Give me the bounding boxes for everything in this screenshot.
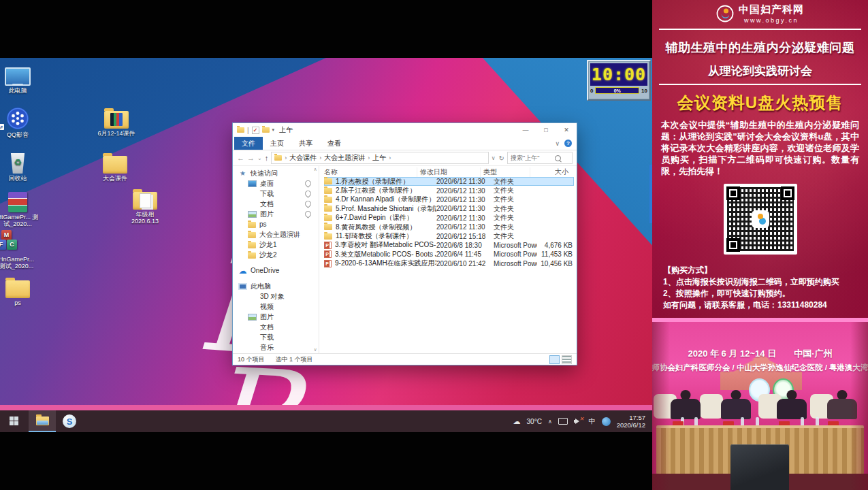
- breadcrumb-sep: ›: [368, 154, 370, 161]
- file-row[interactable]: 4.Dr Kannan Alpadi（录制课件） 2020/6/12 11:30…: [324, 195, 574, 204]
- column-name[interactable]: 名称: [324, 167, 417, 177]
- folder-icon: [237, 127, 244, 133]
- column-size[interactable]: 大小: [533, 167, 571, 177]
- search-box[interactable]: [507, 152, 573, 164]
- nav-item[interactable]: 大会主题演讲: [233, 229, 319, 240]
- nav-this-pc[interactable]: 此电脑: [233, 281, 319, 291]
- file-row[interactable]: 3.李蓉校对 翻译Metabolic PCOS- Boot... 2020/6/…: [324, 241, 574, 250]
- nav-scrollbar[interactable]: ∧ ∨: [312, 166, 319, 353]
- nav-item[interactable]: 图片: [233, 312, 319, 322]
- column-type[interactable]: 类型: [483, 167, 530, 177]
- scroll-up-icon[interactable]: ∧: [313, 167, 317, 172]
- nav-item[interactable]: 桌面: [233, 353, 319, 353]
- windows-logo-icon: [10, 416, 19, 426]
- folder-icon[interactable]: [262, 127, 270, 133]
- nav-item[interactable]: 下载: [233, 189, 319, 199]
- window-titlebar[interactable]: | ✓ ▾ 上午 — □ ✕: [233, 123, 577, 137]
- taskbar-sogou[interactable]: S: [56, 410, 83, 432]
- taskbar-clock[interactable]: 17:57 2020/6/12: [617, 414, 645, 429]
- breadcrumb-item[interactable]: 上午: [372, 153, 386, 163]
- desktop-icon-courseware-june[interactable]: 6月12-14课件: [95, 104, 138, 137]
- file-name: 5.Prof. Masahide Shiotani（录制课件）: [336, 204, 436, 214]
- nav-item[interactable]: 下载: [233, 332, 319, 342]
- desktop-icon-qq-player[interactable]: ↗ QQ影音: [0, 105, 39, 138]
- column-date[interactable]: 修改日期: [420, 167, 481, 177]
- minimize-button[interactable]: —: [515, 123, 536, 137]
- desktop-icon-mfc-app[interactable]: M F C HnGamePr... 测试_2020...: [0, 230, 37, 270]
- file-row[interactable]: 3.英文版Metabolic PCOS- Boots June ... 2020…: [324, 250, 574, 259]
- nav-quick-access[interactable]: ★ 快速访问: [233, 168, 319, 178]
- nav-item[interactable]: 视频: [233, 301, 319, 312]
- address-dropdown-icon[interactable]: ∨: [492, 155, 496, 161]
- speaker-muted-icon[interactable]: ✕: [574, 418, 583, 425]
- history-chevron-icon[interactable]: ⌄: [257, 155, 262, 161]
- ribbon-tab[interactable]: 查看: [320, 137, 349, 150]
- breadcrumb[interactable]: › 大会课件 › 大会主题演讲 › 上午 ›: [271, 152, 489, 164]
- search-icon[interactable]: [555, 155, 561, 161]
- file-row[interactable]: 9-2020-6-13AMH在临床实践应用和认... 2020/6/10 21:…: [324, 259, 574, 268]
- properties-check-icon[interactable]: ✓: [252, 127, 259, 134]
- maximize-button[interactable]: □: [536, 123, 556, 137]
- up-icon[interactable]: ↑: [265, 154, 269, 162]
- file-row[interactable]: 8.黄荷凤教授（录制视频） 2020/6/12 11:30 文件夹: [324, 223, 574, 231]
- ribbon-tab[interactable]: 文件: [234, 137, 263, 150]
- nav-onedrive[interactable]: ☁ OneDrive: [233, 265, 319, 276]
- file-type-icon: [324, 206, 332, 212]
- nav-item[interactable]: 文档: [233, 199, 319, 209]
- file-date: 2020/6/10 21:42: [436, 260, 494, 267]
- desktop-icon-ps-folder[interactable]: ps: [0, 274, 39, 306]
- refresh-icon[interactable]: ↻: [499, 154, 504, 162]
- temperature[interactable]: 30°C: [527, 418, 542, 425]
- ribbon-expand-icon[interactable]: ∨: [555, 140, 560, 147]
- details-view-toggle[interactable]: [549, 355, 560, 364]
- breadcrumb-item[interactable]: 大会课件: [289, 153, 317, 163]
- file-row[interactable]: 11.郁琦教授（录制课件） 2020/6/12 15:18 文件夹: [324, 231, 574, 240]
- nav-item[interactable]: 3D 对象: [233, 291, 319, 301]
- thumbnail-view-toggle[interactable]: [562, 355, 572, 364]
- scroll-down-icon[interactable]: ∨: [313, 347, 317, 353]
- clock-scale-max: 10: [641, 88, 647, 94]
- nav-item-icon: [248, 293, 257, 301]
- forward-icon[interactable]: →: [247, 154, 255, 162]
- file-row[interactable]: 5.Prof. Masahide Shiotani（录制课件） 2020/6/1…: [324, 204, 574, 213]
- file-row[interactable]: 1.乔杰教授（录制课件） 2020/6/12 11:30 文件夹: [324, 177, 574, 186]
- file-date: 2020/6/12 11:30: [436, 187, 494, 195]
- taskbar-file-explorer[interactable]: [29, 410, 56, 432]
- nav-item[interactable]: 沙龙1: [233, 240, 319, 250]
- ime-indicator[interactable]: 中: [589, 416, 596, 426]
- status-bar: 10 个项目 选中 1 个项目: [233, 353, 577, 365]
- breadcrumb-item[interactable]: 大会主题演讲: [324, 153, 365, 163]
- desktop-icon-winrar-archive[interactable]: HtGamePr... 测试_2020...: [0, 188, 39, 228]
- file-type: Microsoft Power...: [494, 250, 537, 258]
- column-headers: 名称 修改日期 类型 大小: [324, 167, 574, 177]
- file-row[interactable]: 2.陈子江教授（录制课件） 2020/6/12 11:30 文件夹: [324, 186, 574, 195]
- display-tray-icon[interactable]: [558, 418, 568, 425]
- folder-icon: [0, 274, 39, 298]
- desktop-icon-label: HnGamePr... 测试_2020...: [0, 256, 37, 270]
- timer-clock-widget[interactable]: 10:00 0 0% 10: [587, 60, 651, 101]
- nav-item[interactable]: 沙龙2: [233, 250, 319, 260]
- help-icon[interactable]: ?: [564, 140, 572, 147]
- file-type: 文件夹: [494, 223, 537, 232]
- quick-access-caret-icon[interactable]: ▾: [272, 127, 275, 133]
- search-input[interactable]: [511, 154, 553, 161]
- ribbon-tab[interactable]: 共享: [291, 137, 320, 150]
- nav-item[interactable]: ps: [233, 219, 319, 229]
- close-button[interactable]: ✕: [556, 123, 577, 137]
- desktop-icon-conference-courseware[interactable]: 大会课件: [94, 149, 136, 182]
- item-count: 10 个项目: [238, 355, 265, 364]
- file-row[interactable]: 6+7.David Pepin（课件） 2020/6/12 11:30 文件夹: [324, 214, 574, 223]
- hidden-icons-chevron[interactable]: ∧: [548, 419, 552, 425]
- desktop-icon-this-pc[interactable]: 此电脑: [0, 61, 39, 94]
- start-button[interactable]: [0, 410, 29, 432]
- ribbon-tab[interactable]: 主页: [263, 137, 291, 150]
- network-tray-icon[interactable]: [602, 417, 611, 426]
- nav-item[interactable]: 文档: [233, 322, 319, 332]
- back-icon[interactable]: ←: [237, 154, 244, 162]
- desktop-icon-grade-folder[interactable]: 年级相 2020.6.13: [124, 185, 166, 225]
- nav-item[interactable]: 音乐: [233, 342, 319, 353]
- desktop-icon-recycle-bin[interactable]: ♻ 回收站: [0, 149, 39, 182]
- nav-item[interactable]: 桌面: [233, 178, 319, 189]
- nav-item[interactable]: 图片: [233, 209, 319, 219]
- weather-icon[interactable]: ☁: [513, 417, 521, 426]
